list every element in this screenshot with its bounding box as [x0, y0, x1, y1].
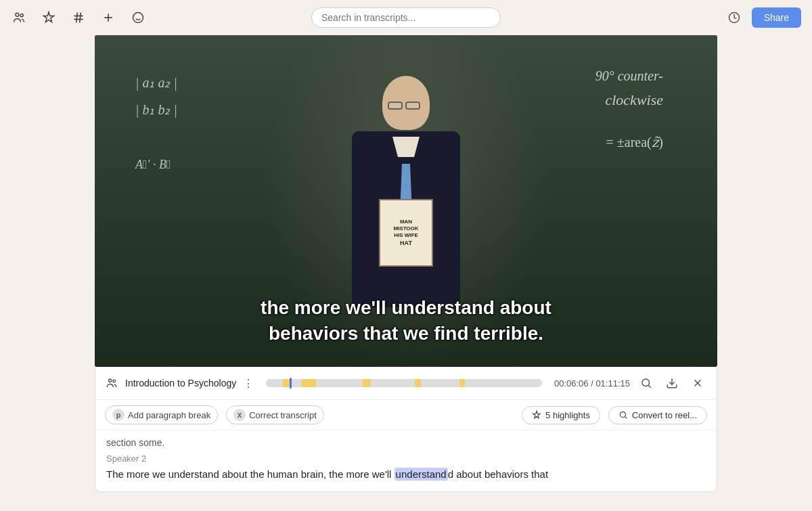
- time-display: 00:06:06 / 01:11:15: [554, 378, 630, 388]
- transcript-text-before: The more we understand about the human b…: [106, 468, 394, 480]
- highlights-icon[interactable]: [41, 9, 57, 26]
- highlights-count: 5 highlights: [545, 410, 590, 420]
- download-icon[interactable]: [662, 374, 681, 393]
- chalk-math-right: 90° counter- clockwise = ±area(z̃): [595, 62, 663, 156]
- close-icon[interactable]: [688, 374, 707, 393]
- svg-point-0: [16, 13, 19, 16]
- course-title: Introduction to Psychology: [125, 378, 236, 388]
- section-tail: section some.: [106, 437, 706, 448]
- add-icon[interactable]: [100, 9, 116, 26]
- speaker-label: Speaker 2: [106, 453, 706, 464]
- svg-point-13: [113, 380, 116, 382]
- subtitle-line1: the more we'll understand about: [108, 295, 704, 321]
- highlight-2: [302, 379, 315, 387]
- transcript-text: The more we understand about the human b…: [106, 466, 706, 482]
- correct-letter: x: [233, 409, 246, 421]
- main-content: | a₁ a₂ || b₁ b₂ |A⃗' · B⃗ 90° counter- …: [0, 35, 812, 511]
- share-button[interactable]: Share: [752, 7, 801, 28]
- svg-point-1: [20, 14, 23, 17]
- svg-line-20: [625, 417, 627, 419]
- more-options-icon[interactable]: ⋮: [243, 377, 254, 390]
- correct-label: Correct transcript: [249, 410, 317, 420]
- svg-line-15: [648, 385, 650, 387]
- svg-point-14: [642, 379, 650, 386]
- svg-line-4: [76, 13, 78, 23]
- lecturer-figure: MAN MISTOOK HIS WIFE HAT: [332, 76, 480, 326]
- progress-bar[interactable]: [266, 379, 542, 387]
- svg-point-19: [620, 412, 625, 417]
- highlight-4: [415, 379, 420, 387]
- transcript-text-after: d about behaviors that: [448, 468, 548, 480]
- paragraph-letter: p: [112, 409, 125, 421]
- transcript-content: section some. Speaker 2 The more we unde…: [95, 430, 717, 491]
- convert-to-reel-button[interactable]: Convert to reel...: [608, 406, 707, 424]
- subtitle-line2: behaviors that we find terrible.: [108, 321, 704, 347]
- book: MAN MISTOOK HIS WIFE HAT: [379, 199, 433, 267]
- svg-point-12: [109, 379, 112, 382]
- convert-label: Convert to reel...: [632, 410, 697, 420]
- svg-line-5: [80, 13, 81, 23]
- toolbar: Share: [0, 0, 812, 35]
- people-icon[interactable]: [11, 9, 27, 26]
- search-bar: [311, 7, 501, 28]
- svg-point-8: [133, 13, 143, 23]
- toolbar-right: Share: [726, 7, 801, 28]
- actions-bar: p Add paragraph break x Correct transcri…: [95, 400, 717, 430]
- hashtag-icon[interactable]: [70, 9, 87, 26]
- person-body: MAN MISTOOK HIS WIFE HAT: [352, 131, 460, 307]
- history-icon[interactable]: [726, 9, 742, 26]
- transcript-panel: Introduction to Psychology ⋮ 00:06:06 / …: [95, 367, 717, 492]
- video-subtitles: the more we'll understand about behavior…: [95, 295, 717, 347]
- chalk-math-left: | a₁ a₂ || b₁ b₂ |A⃗' · B⃗: [135, 69, 177, 177]
- person-head: [382, 76, 430, 130]
- highlights-button[interactable]: 5 highlights: [522, 406, 600, 424]
- controls-bar: Introduction to Psychology ⋮ 00:06:06 / …: [95, 367, 717, 400]
- paragraph-label: Add paragraph break: [128, 410, 210, 420]
- highlight-3: [363, 379, 371, 387]
- video-player[interactable]: | a₁ a₂ || b₁ b₂ |A⃗' · B⃗ 90° counter- …: [95, 35, 717, 367]
- highlight-5: [459, 379, 465, 387]
- search-control-icon[interactable]: [637, 374, 656, 393]
- search-input[interactable]: [311, 7, 501, 28]
- correct-transcript-button[interactable]: x Correct transcript: [226, 405, 324, 424]
- paragraph-break-button[interactable]: p Add paragraph break: [105, 405, 218, 424]
- progress-cursor: [290, 378, 292, 388]
- highlighted-word: understand: [394, 468, 448, 481]
- emoji-icon[interactable]: [130, 9, 146, 26]
- course-icon: [105, 376, 118, 390]
- video-frame: | a₁ a₂ || b₁ b₂ |A⃗' · B⃗ 90° counter- …: [95, 35, 717, 367]
